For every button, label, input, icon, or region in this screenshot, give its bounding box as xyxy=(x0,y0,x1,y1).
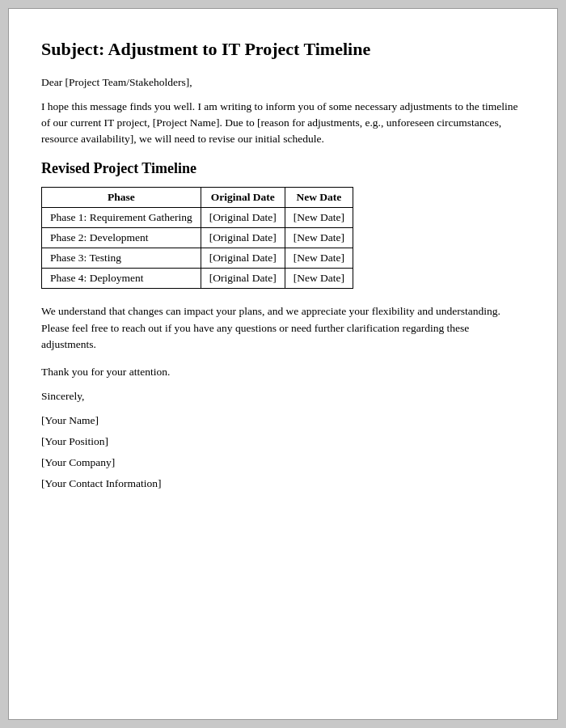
signature-position: [Your Position] xyxy=(41,435,525,448)
table-cell-2-0: Phase 3: Testing xyxy=(42,248,201,269)
timeline-table: Phase Original Date New Date Phase 1: Re… xyxy=(41,187,353,289)
col-new-date: New Date xyxy=(285,188,353,208)
body-paragraph: I hope this message finds you well. I am… xyxy=(41,99,525,148)
table-row: Phase 2: Development[Original Date][New … xyxy=(42,228,353,248)
table-cell-3-0: Phase 4: Deployment xyxy=(42,269,201,289)
salutation: Dear [Project Team/Stakeholders], xyxy=(41,76,525,89)
table-cell-2-1: [Original Date] xyxy=(201,248,285,269)
table-cell-2-2: [New Date] xyxy=(285,248,353,269)
table-header-row: Phase Original Date New Date xyxy=(42,188,353,208)
table-cell-0-1: [Original Date] xyxy=(201,208,285,228)
closing-paragraph: We understand that changes can impact yo… xyxy=(41,303,525,353)
table-cell-1-0: Phase 2: Development xyxy=(42,228,201,248)
subject-title: Subject: Adjustment to IT Project Timeli… xyxy=(41,38,525,61)
signature-name: [Your Name] xyxy=(41,414,525,427)
table-row: Phase 4: Deployment[Original Date][New D… xyxy=(42,269,353,289)
table-cell-0-0: Phase 1: Requirement Gathering xyxy=(42,208,201,228)
thank-you: Thank you for your attention. xyxy=(41,366,525,379)
col-original-date: Original Date xyxy=(201,188,285,208)
document-container: Subject: Adjustment to IT Project Timeli… xyxy=(8,8,558,720)
signature-contact: [Your Contact Information] xyxy=(41,477,525,490)
table-cell-0-2: [New Date] xyxy=(285,208,353,228)
sincerely: Sincerely, xyxy=(41,390,525,403)
table-cell-3-2: [New Date] xyxy=(285,269,353,289)
table-row: Phase 1: Requirement Gathering[Original … xyxy=(42,208,353,228)
table-row: Phase 3: Testing[Original Date][New Date… xyxy=(42,248,353,269)
col-phase: Phase xyxy=(42,188,201,208)
table-cell-1-2: [New Date] xyxy=(285,228,353,248)
table-cell-1-1: [Original Date] xyxy=(201,228,285,248)
signature-company: [Your Company] xyxy=(41,456,525,469)
table-cell-3-1: [Original Date] xyxy=(201,269,285,289)
section-heading: Revised Project Timeline xyxy=(41,160,525,177)
